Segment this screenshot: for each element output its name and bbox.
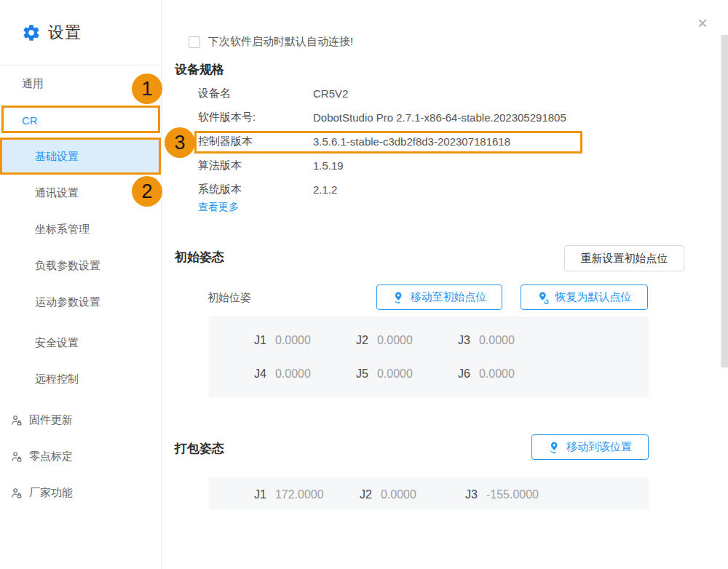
reset-initial-point-button[interactable]: 重新设置初始点位	[564, 245, 684, 271]
joint-j1: J1 0.0000	[254, 334, 356, 347]
sidebar-item-remote-control[interactable]: 远程控制	[0, 361, 161, 397]
restore-default-point-button[interactable]: 恢复为默认点位	[521, 284, 648, 310]
joint-row: J1 172.0000 J2 0.0000 J3 -155.0000	[209, 480, 571, 509]
close-icon[interactable]: ×	[697, 15, 708, 32]
autoconnect-row: 下次软件启动时默认自动连接!	[189, 35, 353, 49]
joint-value: 0.0000	[377, 367, 413, 381]
joint-name: J5	[356, 367, 368, 381]
packing-joints-panel: J1 172.0000 J2 0.0000 J3 -155.0000	[209, 477, 649, 509]
spec-row-system-version: 系统版本 2.1.2	[198, 178, 566, 202]
spec-row-software-version: 软件版本号: DobotStudio Pro 2.7.1-x86-64-stab…	[198, 106, 566, 130]
spec-row-device-name: 设备名 CR5V2	[198, 81, 566, 106]
button-label: 移动到该位置	[566, 440, 632, 454]
sidebar-item-load-params[interactable]: 负载参数设置	[0, 247, 161, 284]
spec-label: 算法版本	[198, 159, 313, 172]
joint-j2: J2 0.0000	[360, 488, 465, 501]
joint-value: 0.0000	[479, 367, 515, 381]
user-lock-icon	[10, 450, 23, 463]
joint-name: J2	[360, 488, 372, 501]
sidebar-item-zero-calibration[interactable]: 零点标定	[0, 438, 161, 474]
spec-label: 系统版本	[198, 183, 313, 196]
sidebar-item-firmware-update[interactable]: 固件更新	[0, 402, 161, 438]
joint-name: J1	[254, 334, 266, 347]
spec-value: CR5V2	[313, 87, 348, 100]
annotation-badge-1: 1	[132, 73, 162, 104]
view-more-link[interactable]: 查看更多	[198, 201, 239, 214]
spec-value: DobotStudio Pro 2.7.1-x86-64-stable.2023…	[313, 111, 566, 124]
sidebar-item-manufacturer-functions[interactable]: 厂家功能	[0, 474, 161, 511]
device-spec-title: 设备规格	[175, 61, 224, 78]
sidebar-nav: 通用 CR 基础设置 通讯设置 坐标系管理 负载参数设置 运动参数设置 安全设置…	[0, 65, 161, 511]
pin-refresh-icon	[537, 291, 550, 304]
spec-value: 2.1.2	[313, 183, 337, 196]
autoconnect-checkbox[interactable]	[189, 36, 200, 48]
user-lock-icon	[10, 414, 23, 426]
button-label: 移动至初始点位	[411, 290, 487, 304]
joint-j4: J4 0.0000	[254, 367, 356, 381]
joint-j3: J3 0.0000	[458, 334, 560, 347]
joint-name: J1	[254, 488, 266, 501]
annotation-badge-2: 2	[132, 176, 162, 207]
spec-row-algorithm-version: 算法版本 1.5.19	[198, 154, 566, 178]
joint-row: J1 0.0000 J2 0.0000 J3 0.0000	[209, 324, 649, 357]
joint-value: 0.0000	[479, 334, 515, 347]
sidebar-item-coordinate-management[interactable]: 坐标系管理	[0, 211, 161, 247]
joint-j5: J5 0.0000	[356, 367, 458, 381]
move-to-initial-point-button[interactable]: 移动至初始点位	[376, 284, 502, 310]
spec-label: 设备名	[198, 87, 313, 100]
joint-row: J4 0.0000 J5 0.0000 J6 0.0000	[209, 357, 649, 391]
initial-joints-panel: J1 0.0000 J2 0.0000 J3 0.0000 J4 0.0000	[209, 317, 649, 398]
sidebar-item-safety-settings[interactable]: 安全设置	[0, 325, 161, 361]
autoconnect-label: 下次软件启动时默认自动连接!	[208, 35, 353, 49]
joint-name: J4	[254, 367, 266, 381]
sidebar-item-label: 固件更新	[29, 413, 73, 427]
initial-posture-title: 初始姿态	[175, 249, 224, 266]
spec-row-controller-version: 控制器版本 3.5.6.1-stable-c3db2f8d3-202307181…	[198, 130, 566, 154]
spec-value: 3.5.6.1-stable-c3db2f8d3-202307181618	[313, 135, 510, 148]
move-to-position-button[interactable]: 移动到该位置	[531, 434, 649, 460]
gear-icon	[22, 23, 41, 42]
joint-value: 0.0000	[275, 334, 311, 347]
pin-icon	[548, 441, 561, 454]
spec-value: 1.5.19	[313, 159, 344, 172]
joint-value: -155.0000	[486, 488, 539, 501]
sidebar-item-cr[interactable]: CR	[0, 102, 161, 138]
joint-j6: J6 0.0000	[458, 367, 560, 381]
joint-name: J3	[465, 488, 478, 501]
packing-posture-title: 打包姿态	[175, 440, 224, 457]
device-spec-table: 设备名 CR5V2 软件版本号: DobotStudio Pro 2.7.1-x…	[198, 81, 566, 202]
annotation-badge-3: 3	[165, 127, 195, 158]
settings-window: 设置 通用 CR 基础设置 通讯设置 坐标系管理 负载参数设置 运动参数设置 安…	[0, 0, 728, 569]
joint-value: 0.0000	[377, 334, 413, 347]
joint-name: J3	[458, 334, 470, 347]
user-lock-icon	[10, 487, 23, 499]
sidebar-header: 设置	[0, 0, 161, 65]
joint-name: J6	[458, 367, 470, 381]
sidebar-item-motion-params[interactable]: 运动参数设置	[0, 284, 161, 320]
scrollbar-thumb[interactable]	[721, 35, 728, 367]
sidebar-item-label: 零点标定	[29, 450, 73, 463]
sidebar-item-label: 厂家功能	[29, 486, 73, 500]
joint-j3: J3 -155.0000	[465, 488, 571, 501]
pin-arrow-icon	[392, 291, 405, 304]
sidebar-item-basic-settings[interactable]: 基础设置	[0, 138, 161, 175]
initial-pose-label: 初始位姿	[207, 291, 251, 305]
joint-j2: J2 0.0000	[356, 334, 458, 347]
button-label: 恢复为默认点位	[555, 290, 632, 304]
spec-label: 控制器版本	[198, 135, 313, 148]
joint-value: 0.0000	[381, 488, 416, 501]
joint-j1: J1 172.0000	[254, 488, 360, 501]
joint-name: J2	[356, 334, 368, 347]
joint-value: 172.0000	[275, 488, 324, 501]
joint-value: 0.0000	[275, 367, 311, 381]
spec-label: 软件版本号:	[198, 111, 313, 124]
page-title: 设置	[48, 22, 82, 44]
main-content: × 下次软件启动时默认自动连接! 设备规格 设备名 CR5V2 软件版本号: D…	[162, 0, 728, 569]
